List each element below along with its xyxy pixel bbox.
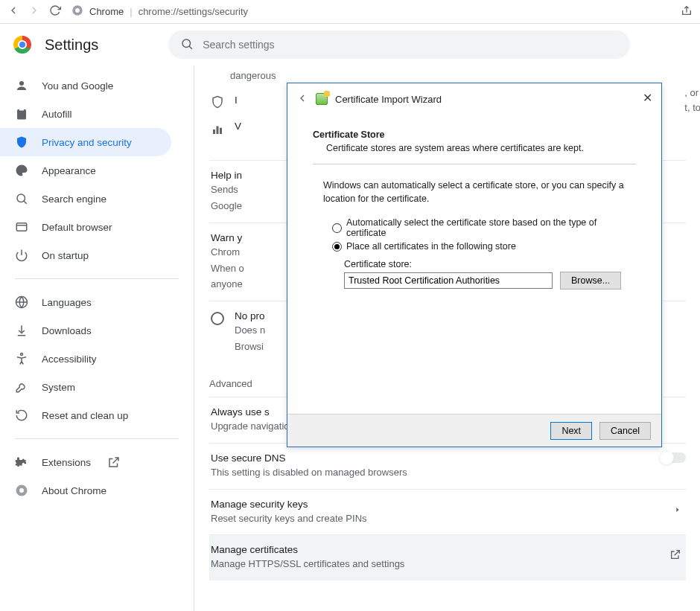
open-external-icon [107,455,121,469]
wizard-icon [316,93,328,105]
back-icon[interactable] [7,4,19,19]
address-url: chrome://settings/security [139,6,248,17]
globe-icon [15,295,28,309]
download-icon [15,324,28,337]
chrome-logo-icon [13,36,31,54]
chevron-right-icon [674,505,681,516]
sidebar-item-label: Reset and clean up [42,410,128,421]
extension-icon [15,455,28,469]
address-app-label: Chrome [89,6,124,17]
setting-title: Manage certificates [211,544,684,555]
dialog-content: Certificate Store Certificate stores are… [287,115,661,414]
close-icon[interactable]: ✕ [643,91,652,105]
sidebar-item-default-browser[interactable]: Default browser [0,213,171,241]
setting-desc: Browsi [235,340,265,354]
setting-desc: Does n [235,324,265,338]
power-icon [15,249,28,262]
sidebar-item-you-and-google[interactable]: You and Google [0,71,171,100]
back-icon[interactable] [296,92,308,106]
svg-point-2 [182,39,191,48]
open-external-icon [669,548,681,563]
svg-point-9 [21,354,23,356]
setting-title: Use secure DNS [211,452,684,464]
sidebar-item-extensions[interactable]: Extensions [0,448,171,476]
sidebar-item-search-engine[interactable]: Search engine [0,185,171,213]
sidebar-item-label: Appearance [42,165,96,176]
radio-icon [332,242,342,252]
cancel-button[interactable]: Cancel [599,422,651,440]
sidebar-item-accessibility[interactable]: Accessibility [0,345,171,373]
svg-rect-14 [220,128,222,134]
setting-title: No pro [235,310,265,322]
person-icon [15,79,28,92]
sidebar-item-system[interactable]: System [0,373,171,401]
next-button[interactable]: Next [550,422,592,440]
settings-header: Settings [0,24,700,65]
setting-manage-certificates[interactable]: Manage certificates Manage HTTPS/SSL cer… [209,534,686,580]
sidebar-item-appearance[interactable]: Appearance [0,156,171,185]
certificate-store-input[interactable] [344,272,553,289]
svg-rect-13 [217,127,219,135]
address-bar[interactable]: Chrome | chrome://settings/security [71,4,670,19]
forward-icon[interactable] [28,4,40,19]
radio-place-all[interactable]: Place all certificates in the following … [332,241,636,252]
sidebar-divider [15,438,179,439]
search-icon [15,192,28,205]
radio-label: Automatically select the certificate sto… [346,217,636,238]
store-label: Certificate store: [344,259,636,269]
setting-desc: This setting is disabled on managed brow… [211,466,684,480]
sidebar-item-label: Languages [42,297,92,308]
sidebar-item-downloads[interactable]: Downloads [0,316,171,345]
sidebar-item-label: System [42,382,75,393]
sidebar-item-about[interactable]: About Chrome [0,476,171,505]
shield-icon [15,135,28,149]
sidebar-item-on-startup[interactable]: On startup [0,241,171,269]
sidebar-item-privacy-security[interactable]: Privacy and security [0,128,171,156]
sidebar-divider [15,278,179,279]
sidebar-item-label: Privacy and security [42,137,132,148]
share-icon[interactable] [681,4,693,19]
setting-secure-dns[interactable]: Use secure DNS This setting is disabled … [209,443,686,489]
setting-desc: Reset security keys and create PINs [211,512,684,526]
setting-security-keys[interactable]: Manage security keys Reset security keys… [209,489,686,535]
truncated-text: , or [684,86,700,100]
svg-rect-12 [213,129,215,134]
site-chrome-icon [71,4,83,19]
svg-rect-5 [19,109,24,111]
svg-point-3 [19,81,24,86]
restore-icon [15,409,28,422]
toggle-dns[interactable] [661,452,686,463]
svg-point-11 [19,488,24,493]
dialog-title: Certificate Import Wizard [335,94,442,105]
svg-rect-7 [16,223,27,231]
search-input[interactable] [203,39,618,51]
reload-icon[interactable] [49,4,61,19]
setting-desc: Manage HTTPS/SSL certificates and settin… [211,557,684,572]
search-icon [180,37,194,53]
wrench-icon [15,380,28,394]
radio-label: Place all certificates in the following … [346,241,516,252]
svg-point-6 [17,194,25,202]
browser-icon [15,220,28,234]
dialog-titlebar: Certificate Import Wizard ✕ [287,83,661,115]
truncated-title: V [235,121,241,132]
sidebar-item-autofill[interactable]: Autofill [0,100,171,128]
setting-title: Manage security keys [211,499,684,510]
sidebar-item-label: Default browser [42,222,112,233]
sidebar-item-label: Autofill [42,109,72,120]
radio-no-protection[interactable] [211,312,224,325]
shield-icon [211,95,224,109]
browse-button[interactable]: Browse... [560,272,621,289]
svg-point-1 [75,8,80,13]
truncated-text: t, to [684,100,700,115]
radio-auto-select[interactable]: Automatically select the certificate sto… [332,217,636,238]
sidebar-item-reset[interactable]: Reset and clean up [0,401,171,429]
radio-icon [332,223,342,233]
dialog-paragraph: Windows can automatically select a certi… [323,179,636,205]
sidebar-item-label: You and Google [42,80,113,92]
sidebar-item-label: Downloads [42,325,92,336]
autofill-icon [15,107,28,121]
search-box[interactable] [168,31,630,59]
sidebar-item-languages[interactable]: Languages [0,288,171,316]
sidebar-item-label: Extensions [42,457,91,468]
